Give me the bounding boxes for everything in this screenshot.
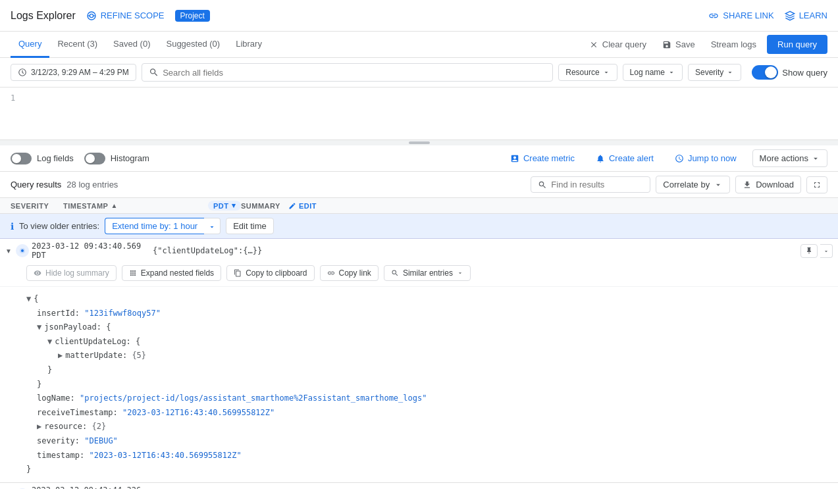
correlate-by-button[interactable]: Correlate by [656, 176, 730, 193]
log-row-0[interactable]: ▶ 2023-03-12 09:43:44.326 PDT {"clientUp… [0, 483, 838, 489]
tab-actions: Clear query Save Stream logs Run query [584, 35, 827, 54]
show-query-toggle-switch[interactable]: ✓ [752, 65, 778, 80]
similar-entries-icon [391, 269, 399, 277]
show-query-toggle: ✓ Show query [752, 65, 827, 80]
create-metric-icon [510, 154, 519, 163]
correlate-dropdown-icon [714, 180, 723, 189]
find-in-results-input[interactable] [551, 180, 643, 189]
run-query-button[interactable]: Run query [767, 35, 827, 54]
clientupdatelog-expand[interactable]: ▼ [47, 337, 52, 346]
histogram-switch[interactable] [84, 153, 105, 164]
more-actions-button[interactable]: More actions [752, 149, 827, 167]
copy-to-clipboard-button[interactable]: Copy to clipboard [226, 265, 314, 281]
log-field-receiveTimestamp: receiveTimestamp: "2023-03-12T16:43:40.5… [37, 406, 812, 420]
timestamp-column-header[interactable]: TIMESTAMP ▲ [63, 202, 208, 210]
severity-filter[interactable]: Severity [688, 64, 741, 81]
pin-dropdown[interactable] [820, 244, 833, 258]
date-range-picker[interactable]: 3/12/23, 9:29 AM – 4:29 PM [11, 64, 136, 81]
expand-table-button[interactable] [806, 176, 827, 193]
find-search-icon [538, 180, 547, 189]
svg-point-6 [21, 249, 24, 252]
histogram-divider[interactable] [0, 140, 838, 145]
timestamp-sort-icon: ▲ [111, 202, 117, 209]
jsonpayload-expand[interactable]: ▼ [37, 322, 41, 332]
pin-icon [805, 247, 813, 255]
extend-time-dropdown[interactable] [204, 218, 221, 234]
copy-link-label: Copy link [339, 268, 371, 278]
similar-entries-label: Similar entries [403, 268, 453, 278]
resource-expand[interactable]: ▶ [37, 422, 41, 431]
severity-column-header[interactable]: SEVERITY [11, 202, 63, 210]
create-metric-label: Create metric [523, 153, 575, 163]
search-bar: 3/12/23, 9:29 AM – 4:29 PM Resource Log … [0, 58, 838, 88]
edit-time-button[interactable]: Edit time [226, 218, 274, 234]
severity-dropdown-icon [726, 68, 734, 76]
save-icon [662, 40, 671, 49]
search-icon [149, 67, 159, 78]
log-field-close-brace: } [26, 463, 812, 477]
similar-entries-button[interactable]: Similar entries [384, 265, 471, 281]
learn-label: LEARN [799, 11, 827, 20]
collapse-obj-arrow[interactable]: ▼ [26, 294, 31, 303]
create-alert-button[interactable]: Create alert [590, 151, 659, 166]
edit-columns-button[interactable]: EDIT [288, 202, 317, 210]
log-name-filter[interactable]: Log name [623, 64, 683, 81]
find-in-results-field[interactable] [531, 176, 650, 193]
log-field-jsonPayload: ▼jsonPayload: { [37, 320, 812, 335]
edit-icon [288, 202, 296, 210]
extend-time-dropdown-icon [208, 223, 216, 231]
resource-filter[interactable]: Resource [558, 64, 617, 81]
refine-scope-label: REFINE SCOPE [101, 11, 165, 20]
summary-header-label: SUMMARY [241, 202, 280, 210]
pin-button[interactable] [800, 244, 818, 258]
save-button[interactable]: Save [657, 36, 700, 53]
jump-to-now-button[interactable]: Jump to now [669, 151, 742, 166]
download-button[interactable]: Download [735, 176, 801, 193]
timestamp-0: 2023-03-12 09:43:44.326 PDT [32, 486, 150, 489]
log-name-filter-label: Log name [630, 68, 665, 77]
log-field-insertId: insertId: "123ifwwf8oqy57" [37, 307, 812, 321]
log-entry-header-expanded[interactable]: ▼ 2023-03-12 09:43:40.569 PDT {"clientUp… [0, 239, 838, 263]
search-input[interactable] [163, 68, 546, 78]
tab-library[interactable]: Library [228, 32, 270, 58]
refine-scope-button[interactable]: REFINE SCOPE [86, 11, 165, 21]
log-fields-switch[interactable] [11, 153, 32, 164]
search-field[interactable] [142, 63, 553, 82]
stream-logs-button[interactable]: Stream logs [706, 36, 762, 53]
create-metric-button[interactable]: Create metric [505, 151, 580, 166]
copy-clipboard-label: Copy to clipboard [246, 268, 307, 278]
hide-log-summary-button[interactable]: Hide log summary [26, 265, 117, 281]
extend-time-button[interactable]: Extend time by: 1 hour [105, 218, 204, 234]
tab-query[interactable]: Query [11, 32, 49, 58]
clear-query-button[interactable]: Clear query [584, 36, 652, 53]
learn-icon [785, 11, 795, 21]
results-bar: Query results 28 log entries Correlate b… [0, 172, 838, 198]
copy-link-button[interactable]: Copy link [320, 265, 379, 281]
expanded-log-toolbar: Hide log summary Expand nested fields Co… [0, 263, 838, 287]
refine-scope-icon [86, 11, 97, 21]
jump-to-now-label: Jump to now [688, 153, 737, 163]
run-query-label: Run query [777, 39, 817, 49]
log-fields-label: Log fields [37, 153, 74, 163]
summary-column-header: SUMMARY EDIT [241, 202, 827, 210]
log-field-logName: logName: "projects/project-id/logs/assis… [37, 391, 812, 406]
pdt-chip[interactable]: PDT ▾ [208, 201, 241, 211]
tab-recent[interactable]: Recent (3) [49, 32, 105, 58]
query-editor[interactable]: 1 [0, 88, 838, 140]
expand-nested-fields-button[interactable]: Expand nested fields [122, 265, 221, 281]
learn-button[interactable]: LEARN [785, 11, 827, 21]
debug-icon-0 [16, 488, 29, 489]
histogram-label: Histogram [111, 153, 149, 163]
histogram-resize-handle[interactable] [409, 141, 430, 144]
expanded-entry-summary: {"clientUpdateLog":{…}} [153, 246, 798, 255]
info-icon: ℹ [11, 221, 14, 232]
share-link-button[interactable]: SHARE LINK [708, 11, 773, 21]
similar-entries-dropdown-icon [457, 270, 463, 276]
log-field-clientUpdateLog: ▼clientUpdateLog: { [47, 335, 812, 349]
tab-suggested[interactable]: Suggested (0) [158, 32, 228, 58]
query-results-label: Query results [11, 180, 61, 189]
matterupdate-expand[interactable]: ▶ [58, 351, 63, 360]
toggle-check-icon: ✓ [770, 68, 775, 75]
tab-saved[interactable]: Saved (0) [105, 32, 158, 58]
create-alert-label: Create alert [609, 153, 654, 163]
